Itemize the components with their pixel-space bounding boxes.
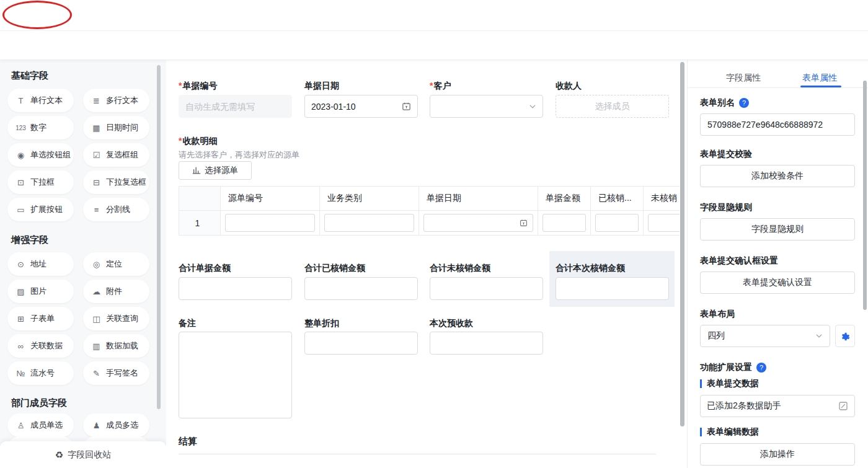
palette-item-image[interactable]: ▨图片	[7, 280, 74, 303]
palette-item-attachment[interactable]: ☁附件	[83, 280, 149, 303]
submit-data-label: 表单提交数据	[700, 378, 759, 389]
calendar-icon	[520, 219, 528, 227]
palette-item-checkbox-group[interactable]: ☑复选框组	[83, 143, 149, 167]
app-window: 收款单 表单设计 表单设置 数据管理 存 表单外链 后端脚本 数据权限 预览 保…	[0, 0, 868, 468]
palette-item-member-single[interactable]: ♙成员单选	[7, 413, 74, 437]
alias-input[interactable]	[700, 113, 855, 136]
total-this-write-off-input[interactable]	[556, 277, 669, 300]
edit-icon[interactable]	[838, 401, 848, 411]
doc-date-input[interactable]: 2023-01-10	[304, 95, 418, 118]
field-label-total-this-write-off: 合计本次核销金额	[556, 263, 625, 274]
required-mark: *	[179, 81, 182, 91]
total-written-off-input[interactable]	[304, 277, 418, 300]
palette-item-datetime[interactable]: ▦日期时间	[83, 116, 149, 139]
visibility-rule-label: 字段显隐规则	[700, 202, 752, 213]
palette-item-label: 单选按钮组	[30, 149, 71, 161]
field-label-discount: 整单折扣	[304, 318, 339, 329]
customer-select[interactable]	[430, 95, 543, 118]
person-icon: ♙	[16, 421, 26, 430]
palette-item-label: 扩展按钮	[30, 204, 63, 215]
discount-input[interactable]	[304, 332, 418, 355]
chevron-down-icon	[529, 103, 536, 110]
palette-item-location[interactable]: ◎定位	[83, 252, 149, 276]
palette-item-label: 下拉框	[30, 177, 55, 188]
tab-field-properties[interactable]: 字段属性	[726, 73, 761, 84]
palette-item-multi-line-text[interactable]: ≣多行文本	[83, 89, 149, 112]
total-not-written-off-input[interactable]	[430, 277, 543, 300]
alias-label: 表单别名 ?	[700, 97, 749, 108]
panel-tabs-border	[688, 87, 868, 88]
palette-section-title: 增强字段	[11, 234, 48, 246]
field-recycle-bin-button[interactable]: ♻ 字段回收站	[0, 441, 166, 468]
palette-item-member-multi[interactable]: ♟成员多选	[83, 413, 149, 437]
prepay-input[interactable]	[430, 332, 543, 355]
tab-form-properties[interactable]: 表单属性	[802, 73, 837, 84]
text-icon: T	[16, 96, 26, 105]
palette-item-address[interactable]: ⊙地址	[7, 252, 74, 276]
visibility-rule-button[interactable]: 字段显隐规则	[700, 218, 855, 241]
business-type-cell-input[interactable]	[324, 214, 414, 232]
add-validation-button[interactable]: 添加校验条件	[700, 165, 855, 187]
confirm-setting-button[interactable]: 表单提交确认设置	[700, 272, 855, 294]
section-label-settlement: 结算	[179, 436, 197, 448]
palette-item-label: 数据加载	[106, 340, 138, 351]
palette-item-data-load[interactable]: ▥数据加载	[83, 334, 149, 358]
sidebar-scrollbar[interactable]	[157, 65, 161, 409]
field-palette-sidebar: 基础字段 T单行文本 ≣多行文本 123数字 ▦日期时间 ◉单选按钮组 ☑复选框…	[0, 60, 166, 468]
palette-item-signature[interactable]: ✎手写签名	[83, 361, 149, 385]
payee-select-member[interactable]: 选择成员	[556, 95, 669, 118]
palette-item-label: 下拉复选框	[106, 177, 146, 188]
palette-item-linked-data[interactable]: ∞关联数据	[7, 334, 74, 358]
palette-item-extend-button[interactable]: ▭扩展按钮	[7, 198, 74, 221]
palette-item-radio-group[interactable]: ◉单选按钮组	[7, 143, 74, 167]
remark-textarea[interactable]	[179, 332, 292, 418]
form-toolbar	[0, 31, 868, 60]
palette-item-divider[interactable]: ≡分割线	[83, 198, 149, 221]
written-off-cell-input[interactable]	[595, 214, 639, 232]
pin-icon: ⊙	[16, 260, 26, 269]
source-no-cell-input[interactable]	[225, 214, 315, 232]
query-icon: ◫	[91, 314, 102, 324]
field-label-detail: *收款明细	[179, 136, 217, 147]
palette-item-multi-dropdown[interactable]: ⊟下拉复选框	[83, 170, 149, 194]
field-label-total-amount: 合计单据金额	[179, 263, 231, 274]
subtable-header-row: 源单编号 业务类别 单据日期 单据金额 已核销... 未核销	[179, 187, 680, 211]
palette-item-linked-query[interactable]: ◫关联查询	[83, 307, 149, 330]
help-icon[interactable]: ?	[756, 363, 766, 373]
layout-select[interactable]: 四列	[700, 325, 830, 347]
help-icon[interactable]: ?	[739, 98, 749, 108]
doc-date-cell-input[interactable]	[423, 214, 533, 232]
select-source-button[interactable]: 选择源单	[179, 161, 252, 180]
palette-item-number[interactable]: 123数字	[7, 116, 74, 139]
row-index: 1	[179, 211, 221, 236]
not-written-off-cell-input[interactable]	[648, 214, 680, 232]
locate-icon: ◎	[91, 260, 102, 269]
submit-data-box[interactable]: 已添加2条数据助手	[700, 395, 855, 417]
multiline-icon: ≣	[91, 96, 102, 105]
chain-icon: ∞	[16, 342, 26, 351]
palette-item-label: 手写签名	[106, 368, 138, 379]
checkbox-icon: ☑	[91, 151, 102, 160]
pen-icon: ✎	[91, 369, 102, 378]
palette-item-label: 附件	[106, 286, 122, 297]
canvas-scrollbar[interactable]	[680, 62, 684, 426]
palette-item-serial-number[interactable]: №流水号	[7, 361, 74, 385]
add-operation-button[interactable]: 添加操作	[700, 443, 855, 466]
total-amount-input[interactable]	[179, 277, 292, 300]
subform-icon: ⊞	[16, 314, 26, 324]
layout-settings-button[interactable]	[835, 325, 855, 347]
required-mark: *	[430, 81, 433, 91]
palette-item-dropdown[interactable]: ⊡下拉框	[7, 170, 74, 194]
doc-no-input[interactable]	[179, 95, 292, 118]
palette-item-subform[interactable]: ⊞子表单	[7, 307, 74, 330]
subtable-header-index	[179, 187, 221, 211]
palette-item-label: 地址	[30, 258, 46, 270]
palette-item-label: 单行文本	[30, 95, 63, 106]
amount-cell-input[interactable]	[542, 214, 586, 232]
panel-scrollbar[interactable]	[863, 81, 867, 310]
form-canvas: *单据编号 单据日期 2023-01-10 *客户 收款人 选择成员 *收款明细…	[166, 60, 687, 468]
palette-item-label: 关联数据	[30, 340, 63, 351]
palette-item-single-line-text[interactable]: T单行文本	[7, 89, 74, 112]
palette-item-label: 日期时间	[106, 122, 138, 133]
field-label-customer: *客户	[430, 81, 451, 92]
